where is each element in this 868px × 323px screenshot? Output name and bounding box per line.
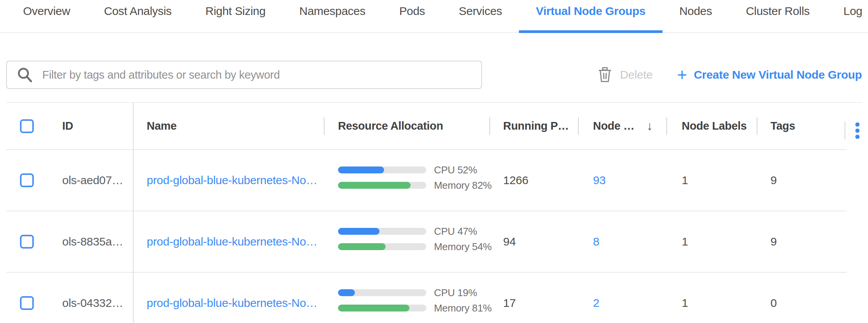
tab-cluster-rolls[interactable]: Cluster Rolls: [729, 0, 827, 32]
node-labels-count: 1: [682, 174, 688, 187]
nodes-count-link[interactable]: 2: [593, 297, 599, 310]
column-divider: [757, 117, 757, 135]
row-checkbox[interactable]: [20, 296, 34, 310]
tags-count: 9: [770, 174, 777, 187]
nodes-count-link[interactable]: 93: [593, 174, 606, 187]
select-all-checkbox[interactable]: [20, 119, 34, 133]
tab-log[interactable]: Log: [827, 0, 868, 32]
column-header-id: ID: [56, 103, 133, 149]
vng-id: ols-8835a…: [62, 235, 123, 248]
cpu-bar-fill: [338, 166, 384, 173]
column-header-node-labels: Node Labels: [666, 103, 757, 149]
memory-bar: [338, 305, 426, 311]
vng-table: ID Name Resource Allocation Running P… N…: [6, 102, 862, 323]
column-header-name: Name: [133, 103, 324, 149]
cpu-bar-fill: [338, 289, 355, 296]
cpu-bar: [338, 228, 426, 235]
tab-cost-analysis[interactable]: Cost Analysis: [87, 0, 189, 32]
memory-label: Memory 54%: [434, 241, 492, 253]
memory-bar-fill: [338, 243, 386, 250]
column-header-nodes: Node …↓: [578, 103, 666, 149]
node-labels-count: 1: [682, 297, 688, 310]
tab-bar: Overview Cost Analysis Right Sizing Name…: [0, 0, 868, 33]
tab-services[interactable]: Services: [442, 0, 519, 32]
tab-overview[interactable]: Overview: [6, 0, 87, 32]
column-header-resource: Resource Allocation: [324, 103, 489, 149]
cpu-bar: [338, 289, 426, 296]
delete-button[interactable]: Delete: [598, 67, 653, 82]
column-options-icon[interactable]: [855, 122, 860, 139]
memory-label: Memory 81%: [434, 302, 492, 314]
vng-id: ols-aed07…: [62, 174, 123, 187]
vng-name-link[interactable]: prod-global-blue-kubernetes-No…: [147, 174, 317, 187]
table-row: ols-04332… prod-global-blue-kubernetes-N…: [6, 272, 847, 323]
column-divider: [489, 117, 490, 135]
tags-count: 0: [770, 297, 777, 310]
tab-right-sizing[interactable]: Right Sizing: [189, 0, 282, 32]
table-row: ols-aed07… prod-global-blue-kubernetes-N…: [6, 149, 847, 211]
resource-allocation-cell: CPU 19% Memory 81%: [338, 289, 492, 311]
memory-bar-fill: [338, 182, 411, 189]
column-header-running-pods: Running P…: [489, 103, 578, 149]
sort-desc-icon[interactable]: ↓: [647, 119, 653, 133]
column-header-tags: Tags: [757, 103, 847, 149]
column-divider: [845, 122, 845, 139]
memory-label: Memory 82%: [434, 180, 492, 191]
row-checkbox[interactable]: [20, 173, 34, 187]
plus-icon: +: [677, 69, 687, 81]
row-checkbox[interactable]: [20, 235, 34, 249]
resource-allocation-cell: CPU 52% Memory 82%: [338, 166, 492, 189]
nodes-count-link[interactable]: 8: [593, 235, 599, 248]
running-pods-count: 1266: [503, 174, 528, 187]
search-icon: [17, 67, 33, 83]
toolbar: Delete + Create New Virtual Node Group: [6, 61, 862, 89]
column-divider: [578, 117, 579, 135]
running-pods-count: 17: [503, 297, 516, 310]
tab-namespaces[interactable]: Namespaces: [282, 0, 382, 32]
cpu-label: CPU 19%: [434, 287, 477, 299]
table-header: ID Name Resource Allocation Running P… N…: [6, 103, 847, 149]
node-labels-count: 1: [682, 235, 688, 248]
cpu-label: CPU 47%: [434, 226, 477, 237]
tab-virtual-node-groups[interactable]: Virtual Node Groups: [519, 0, 662, 32]
delete-button-label: Delete: [620, 68, 653, 81]
filter-input[interactable]: [6, 61, 482, 89]
tab-nodes[interactable]: Nodes: [663, 0, 729, 32]
create-vng-button[interactable]: + Create New Virtual Node Group: [677, 68, 862, 81]
memory-bar-fill: [338, 305, 409, 311]
column-divider: [324, 117, 325, 135]
vng-name-link[interactable]: prod-global-blue-kubernetes-No…: [147, 235, 317, 248]
resource-allocation-cell: CPU 47% Memory 54%: [338, 228, 492, 250]
memory-bar: [338, 243, 426, 250]
tab-pods[interactable]: Pods: [382, 0, 442, 32]
table-row: ols-8835a… prod-global-blue-kubernetes-N…: [6, 211, 847, 272]
create-vng-button-label: Create New Virtual Node Group: [694, 68, 862, 81]
trash-icon: [598, 67, 611, 82]
running-pods-count: 94: [503, 235, 516, 248]
filter-search-box: [6, 61, 482, 89]
cpu-label: CPU 52%: [434, 164, 477, 176]
tags-count: 9: [770, 235, 777, 248]
cpu-bar: [338, 166, 426, 173]
vng-id: ols-04332…: [62, 297, 123, 310]
cpu-bar-fill: [338, 228, 379, 235]
vng-name-link[interactable]: prod-global-blue-kubernetes-No…: [147, 297, 317, 310]
memory-bar: [338, 182, 426, 189]
column-divider: [666, 117, 667, 135]
